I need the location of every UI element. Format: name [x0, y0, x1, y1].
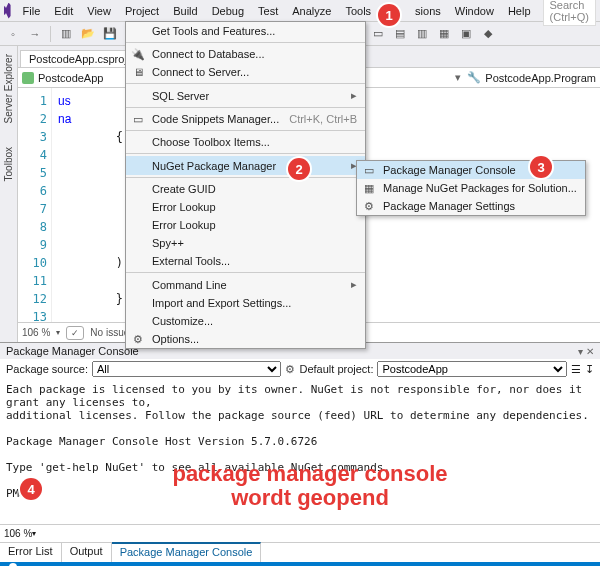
tb-icon-h[interactable]: ◆ — [479, 25, 497, 43]
default-project-select[interactable]: PostcodeApp — [377, 361, 567, 377]
new-file-icon[interactable]: ▥ — [57, 25, 75, 43]
side-tab-toolbox[interactable]: Toolbox — [3, 147, 14, 181]
pkg-source-label: Package source: — [6, 363, 88, 375]
tools-menu-dropdown: Get Tools and Features...🔌Connect to Dat… — [125, 21, 366, 349]
nuget-mi-package-manager-settings[interactable]: ⚙Package Manager Settings — [357, 197, 585, 215]
menu-item-label: Package Manager Settings — [383, 200, 515, 212]
menu-analyze[interactable]: Analyze — [286, 3, 337, 19]
nuget-mi-manage-nuget-packages-for-solution-[interactable]: ▦Manage NuGet Packages for Solution... — [357, 179, 585, 197]
callout-1: 1 — [378, 4, 400, 26]
submenu-arrow-icon: ▸ — [351, 278, 357, 291]
tools-mi-error-lookup[interactable]: Error Lookup — [126, 198, 365, 216]
tools-mi-get-tools-and-features-[interactable]: Get Tools and Features... — [126, 22, 365, 40]
quick-launch-input[interactable]: Search (Ctrl+Q) — [543, 0, 596, 26]
menu-shortcut: Ctrl+K, Ctrl+B — [289, 113, 357, 125]
tools-mi-choose-toolbox-items-[interactable]: Choose Toolbox Items... — [126, 133, 365, 151]
panel-toolbar: Package source: All ⚙ Default project: P… — [0, 359, 600, 379]
menu-item-label: Get Tools and Features... — [152, 25, 275, 37]
menu-item-icon: ⚙ — [361, 200, 377, 213]
out-tab-error-list[interactable]: Error List — [0, 543, 62, 562]
menu-tools[interactable]: Tools — [339, 3, 377, 19]
panel-zoom[interactable]: 106 % — [4, 528, 32, 539]
tools-mi-error-lookup[interactable]: Error Lookup — [126, 216, 365, 234]
out-tab-package-manager-console[interactable]: Package Manager Console — [112, 542, 262, 562]
menu-item-label: Error Lookup — [152, 201, 216, 213]
nav-back-icon[interactable]: ◦ — [4, 25, 22, 43]
line-numbers: 12345678910111213 — [18, 88, 52, 322]
tb-icon-f[interactable]: ▦ — [435, 25, 453, 43]
menu-edit[interactable]: Edit — [48, 3, 79, 19]
menu-window[interactable]: Window — [449, 3, 500, 19]
tb-icon-d[interactable]: ▤ — [391, 25, 409, 43]
annotation-text: package manager console wordt geopend — [150, 462, 470, 510]
menu-item-icon: ▭ — [130, 113, 146, 126]
breadcrumb-right[interactable]: PostcodeApp.Program — [485, 72, 596, 84]
tools-mi-command-line[interactable]: Command Line▸ — [126, 275, 365, 294]
callout-3: 3 — [530, 156, 552, 178]
vs-logo-icon — [4, 3, 11, 19]
doc-tab-active[interactable]: PostcodeApp.csproj — [20, 50, 136, 67]
menu-item-label: SQL Server — [152, 90, 209, 102]
panel-bottom: 106 %▾ — [0, 524, 600, 542]
side-tabs: Server Explorer Toolbox — [0, 46, 18, 342]
menu-item-label: Manage NuGet Packages for Solution... — [383, 182, 577, 194]
breadcrumb-left[interactable]: PostcodeApp — [38, 72, 103, 84]
callout-4: 4 — [20, 478, 42, 500]
csharp-icon — [22, 72, 34, 84]
tools-mi-customize-[interactable]: Customize... — [126, 312, 365, 330]
menu-debug[interactable]: Debug — [206, 3, 250, 19]
tools-mi-create-guid[interactable]: Create GUID — [126, 180, 365, 198]
menu-test[interactable]: Test — [252, 3, 284, 19]
menu-item-icon: ⚙ — [130, 333, 146, 346]
tb-icon-e[interactable]: ▥ — [413, 25, 431, 43]
tools-mi-spy-[interactable]: Spy++ — [126, 234, 365, 252]
output-tabs: Error ListOutputPackage Manager Console — [0, 542, 600, 562]
menu-view[interactable]: View — [81, 3, 117, 19]
menu-item-label: NuGet Package Manager — [152, 160, 276, 172]
save-icon[interactable]: 💾 — [101, 25, 119, 43]
menu-item-label: Customize... — [152, 315, 213, 327]
panel-tool-a[interactable]: ☰ — [571, 363, 581, 376]
nav-fwd-icon[interactable]: → — [26, 25, 44, 43]
menu-item-label: Import and Export Settings... — [152, 297, 291, 309]
zoom-level[interactable]: 106 % — [22, 327, 50, 338]
out-tab-output[interactable]: Output — [62, 543, 112, 562]
menu-item-label: Code Snippets Manager... — [152, 113, 279, 125]
main-menu: FileEditViewProjectBuildDebugTestAnalyze… — [17, 3, 537, 19]
tools-mi-code-snippets-manager-[interactable]: ▭Code Snippets Manager...Ctrl+K, Ctrl+B — [126, 110, 365, 128]
menu-project[interactable]: Project — [119, 3, 165, 19]
issues-badge[interactable]: ✓ — [66, 326, 84, 340]
menu-item-label: Options... — [152, 333, 199, 345]
tools-mi-connect-to-database-[interactable]: 🔌Connect to Database... — [126, 45, 365, 63]
menu-item-label: Choose Toolbox Items... — [152, 136, 270, 148]
menu-item-icon: ▦ — [361, 182, 377, 195]
gear-icon[interactable]: ⚙ — [285, 363, 295, 376]
tools-mi-connect-to-server-[interactable]: 🖥Connect to Server... — [126, 63, 365, 81]
pkg-source-select[interactable]: All — [92, 361, 282, 377]
tools-mi-import-and-export-settings-[interactable]: Import and Export Settings... — [126, 294, 365, 312]
menu-item-label: Connect to Server... — [152, 66, 249, 78]
menu-item-label: External Tools... — [152, 255, 230, 267]
menu-item-label: Error Lookup — [152, 219, 216, 231]
tools-mi-sql-server[interactable]: SQL Server▸ — [126, 86, 365, 105]
menu-item-icon: 🔌 — [130, 48, 146, 61]
panel-tool-b[interactable]: ↧ — [585, 363, 594, 376]
tools-mi-external-tools-[interactable]: External Tools... — [126, 252, 365, 270]
callout-2: 2 — [288, 158, 310, 180]
menu-help[interactable]: Help — [502, 3, 537, 19]
default-project-label: Default project: — [299, 363, 373, 375]
open-icon[interactable]: 📂 — [79, 25, 97, 43]
menu-build[interactable]: Build — [167, 3, 203, 19]
tb-icon-c[interactable]: ▭ — [369, 25, 387, 43]
menu-sions[interactable]: sions — [409, 3, 447, 19]
tools-mi-options-[interactable]: ⚙Options... — [126, 330, 365, 348]
menu-file[interactable]: File — [17, 3, 47, 19]
side-tab-server-explorer[interactable]: Server Explorer — [3, 54, 14, 123]
tb-icon-g[interactable]: ▣ — [457, 25, 475, 43]
menu-item-label: Spy++ — [152, 237, 184, 249]
submenu-arrow-icon: ▸ — [351, 89, 357, 102]
package-manager-console-panel: Package Manager Console ▾ ✕ Package sour… — [0, 342, 600, 542]
tools-mi-nuget-package-manager[interactable]: NuGet Package Manager▸ — [126, 156, 365, 175]
menu-item-icon: ▭ — [361, 164, 377, 177]
menu-item-icon: 🖥 — [130, 66, 146, 78]
